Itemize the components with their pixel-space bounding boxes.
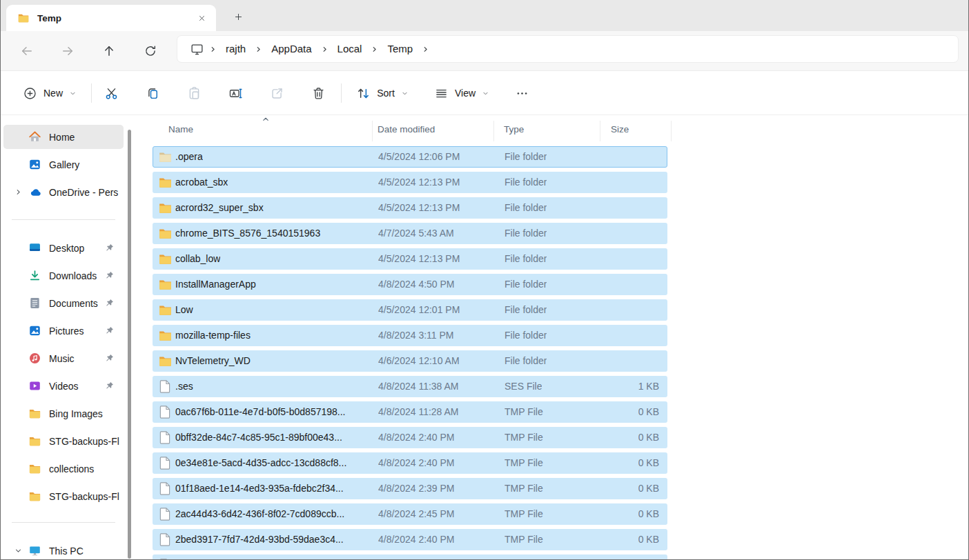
sidebar-item-pictures[interactable]: Pictures <box>3 319 124 343</box>
file-date-modified: 4/5/2024 12:06 PM <box>378 147 460 167</box>
sidebar-item-home[interactable]: Home <box>3 125 124 149</box>
rename-button[interactable] <box>222 81 249 106</box>
column-header-size[interactable]: Size <box>611 124 629 134</box>
new-button[interactable]: New <box>17 81 82 106</box>
column-header-type[interactable]: Type <box>504 124 524 134</box>
folder-icon <box>158 354 173 368</box>
file-type: File folder <box>505 300 547 320</box>
home-icon <box>28 130 41 143</box>
documents-icon <box>28 297 41 310</box>
sidebar-item-stg-backups-fl[interactable]: STG-backups-Fl <box>3 429 124 453</box>
breadcrumb-segment[interactable]: Local <box>329 36 371 62</box>
delete-button[interactable] <box>304 81 332 106</box>
address-bar[interactable]: rajthAppDataLocalTemp <box>177 35 959 63</box>
sidebar-item-videos[interactable]: Videos <box>3 374 124 398</box>
file-size: 0 KB <box>638 479 659 499</box>
table-row[interactable]: 0bff32de-84c7-4c85-95c1-89bf00e43...4/8/… <box>153 427 667 448</box>
plus-icon <box>233 12 244 22</box>
table-row[interactable]: InstallManagerApp4/8/2024 4:50 PMFile fo… <box>153 274 667 295</box>
chevron-right-icon <box>421 45 430 54</box>
pin-icon <box>104 381 115 391</box>
sidebar-item-label: OneDrive - Pers <box>49 187 118 198</box>
file-size: 0 KB <box>638 530 659 550</box>
folder-icon <box>158 277 173 292</box>
sidebar-item-desktop[interactable]: Desktop <box>3 236 124 260</box>
sort-button[interactable]: Sort <box>351 81 413 106</box>
folder-icon <box>28 490 41 503</box>
file-date-modified: 4/5/2024 12:01 PM <box>378 300 460 320</box>
copy-button[interactable] <box>139 81 166 106</box>
view-button[interactable]: View <box>430 81 493 106</box>
table-row[interactable]: 0ac67f6b-011e-4e7d-b0f5-b0d857198...4/8/… <box>153 401 667 423</box>
table-row[interactable]: .ses4/8/2024 11:38 AMSES File1 KB <box>153 376 667 397</box>
file-type: File folder <box>505 223 547 243</box>
table-row[interactable]: NvTelemetry_WD4/6/2024 12:10 AMFile fold… <box>153 350 667 372</box>
table-row[interactable]: mozilla-temp-files4/8/2024 3:11 PMFile f… <box>153 325 667 346</box>
file-date-modified: 4/8/2024 11:38 AM <box>378 377 459 397</box>
file-date-modified: 4/8/2024 2:40 PM <box>378 453 455 473</box>
column-divider[interactable] <box>600 121 600 141</box>
sidebar-item-collections[interactable]: collections <box>3 457 124 481</box>
breadcrumb-segment[interactable]: AppData <box>263 36 320 62</box>
more-options-button[interactable] <box>507 81 537 106</box>
table-row[interactable]: acrord32_super_sbx4/5/2024 12:13 PMFile … <box>153 197 667 219</box>
column-divider[interactable] <box>671 121 672 141</box>
breadcrumb-segment[interactable]: rajth <box>217 36 254 62</box>
cut-button[interactable] <box>97 81 125 106</box>
sidebar-item-this-pc[interactable]: This PC <box>3 539 124 560</box>
table-row[interactable]: 01f18aed-1e14-4ed3-935a-fdebc2f34...4/8/… <box>153 478 667 499</box>
sidebar-item-label: Desktop <box>49 243 84 254</box>
sidebar-item-label: Videos <box>49 381 79 392</box>
file-icon <box>158 430 173 445</box>
file-type: TMP File <box>505 428 543 448</box>
rename-icon <box>228 86 243 101</box>
view-icon <box>434 86 449 101</box>
table-row[interactable]: acrobat_sbx4/5/2024 12:13 PMFile folder <box>153 172 667 193</box>
up-button[interactable] <box>96 39 122 63</box>
sidebar-item-label: Bing Images <box>49 408 103 419</box>
tab-title: Temp <box>37 13 61 23</box>
close-tab-button[interactable] <box>193 9 211 27</box>
chevron-down-icon[interactable] <box>14 546 23 555</box>
cut-icon <box>104 86 119 101</box>
breadcrumb-segment[interactable]: Temp <box>379 36 421 62</box>
sidebar-item-downloads[interactable]: Downloads <box>3 263 124 288</box>
sidebar-item-gallery[interactable]: Gallery <box>3 152 124 177</box>
file-type: File folder <box>505 351 547 371</box>
sidebar-scrollbar[interactable] <box>128 130 131 559</box>
folder-icon <box>158 150 173 164</box>
chevron-right-icon[interactable] <box>14 188 23 197</box>
table-row[interactable]: chrome_BITS_8576_15401519634/7/2024 5:43… <box>153 223 667 244</box>
column-divider[interactable] <box>372 121 373 141</box>
folder-icon <box>158 175 173 190</box>
pin-icon <box>104 326 115 336</box>
sidebar-item-onedrive-pers[interactable]: OneDrive - Pers <box>3 180 124 204</box>
file-name: Low <box>175 300 193 320</box>
file-size: 0 KB <box>638 428 659 448</box>
refresh-button[interactable] <box>137 39 164 63</box>
sidebar-item-music[interactable]: Music <box>3 346 124 370</box>
column-header-name[interactable]: Name <box>168 124 193 134</box>
toolbar-divider <box>91 83 92 103</box>
tab-temp[interactable]: Temp <box>6 5 216 31</box>
table-row[interactable]: 2bed3917-7fd7-42d4-93bd-59dae3c4...4/8/2… <box>153 529 667 550</box>
sidebar-item-stg-backups-fl[interactable]: STG-backups-Fl <box>3 484 124 508</box>
table-row-partial[interactable] <box>153 554 667 560</box>
table-row[interactable]: 2ac44d43-6d42-436f-8f02-7cd089ccb...4/8/… <box>153 503 667 525</box>
file-date-modified: 4/8/2024 2:45 PM <box>378 504 455 524</box>
sidebar-item-bing-images[interactable]: Bing Images <box>3 401 124 426</box>
table-row[interactable]: collab_low4/5/2024 12:13 PMFile folder <box>153 248 667 270</box>
column-divider[interactable] <box>493 121 494 141</box>
table-row[interactable]: Low4/5/2024 12:01 PMFile folder <box>153 299 667 321</box>
table-row[interactable]: 0e34e81e-5acd-4d35-adcc-13cd88cf8...4/8/… <box>153 452 667 474</box>
new-tab-button[interactable] <box>228 8 248 26</box>
chevron-right-icon <box>370 45 379 54</box>
sidebar-item-documents[interactable]: Documents <box>3 291 124 315</box>
trash-icon <box>311 86 326 101</box>
file-date-modified: 4/8/2024 4:50 PM <box>378 274 455 294</box>
file-name: 0ac67f6b-011e-4e7d-b0f5-b0d857198... <box>175 402 346 422</box>
file-size: 1 KB <box>638 377 659 397</box>
column-header-date-modified[interactable]: Date modified <box>378 124 435 134</box>
file-icon <box>158 507 173 521</box>
table-row[interactable]: .opera4/5/2024 12:06 PMFile folder <box>153 146 667 168</box>
